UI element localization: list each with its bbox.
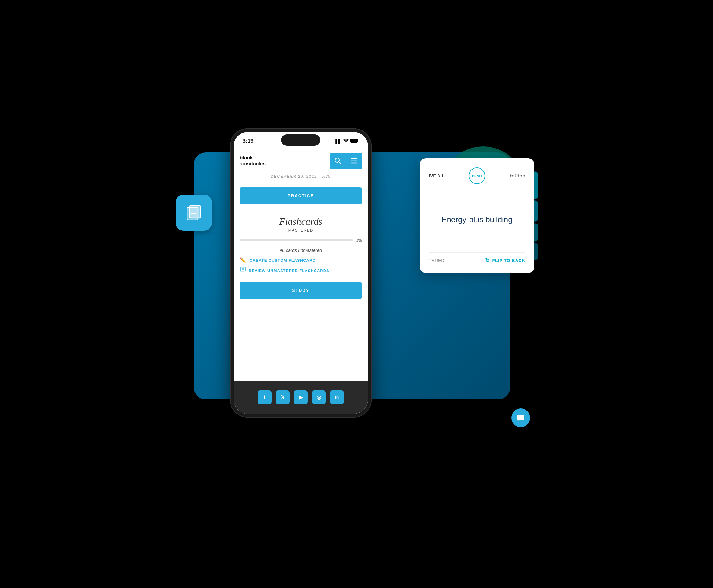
header-actions	[330, 153, 362, 169]
wifi-icon	[343, 139, 349, 144]
tab-strip-1	[534, 172, 538, 199]
spacer	[233, 303, 368, 381]
search-button[interactable]	[330, 153, 346, 169]
review-unmastered-link[interactable]: REVIEW UNMASTERED FLASHCARDS	[240, 267, 362, 274]
svg-line-9	[339, 162, 341, 164]
flashcard-body: Energy-plus building	[429, 190, 525, 249]
flashcard-title: Flashcards	[240, 216, 362, 227]
review-link-label: REVIEW UNMASTERED FLASHCARDS	[249, 268, 329, 273]
flashcard-term: Energy-plus building	[442, 215, 513, 225]
pencil-icon: ✏️	[240, 257, 246, 264]
app-header: black spectacles	[233, 150, 368, 172]
tab-strip-3	[534, 224, 538, 241]
battery-icon	[350, 139, 359, 144]
date-line: DECEMBER 20, 2022 · 9/75	[233, 172, 368, 182]
svg-rect-7	[351, 139, 356, 142]
flashcard-tag: IVE 3.1	[429, 173, 444, 178]
action-links: ✏️ CREATE CUSTOM FLASHCARD REVIEW UNMAST…	[233, 257, 368, 278]
phone-footer: f 𝕏 ▶ ◎ in	[233, 381, 368, 414]
twitter-icon[interactable]: 𝕏	[276, 391, 290, 404]
instagram-icon[interactable]: ◎	[312, 391, 326, 404]
divider-top	[240, 182, 362, 182]
phone-screen: 3:19 ▌▌ black spectacles	[233, 132, 368, 414]
flashcard-widget: IVE 3.1 PP&D 60965 Energy-plus building …	[420, 159, 534, 273]
create-custom-flashcard-link[interactable]: ✏️ CREATE CUSTOM FLASHCARD	[240, 257, 362, 264]
svg-rect-1	[189, 206, 200, 218]
tab-strip-2	[534, 201, 538, 222]
flashcard-mastered-label: TERED	[429, 258, 445, 263]
refresh-icon: ↻	[485, 257, 490, 264]
practice-button[interactable]: PRACTICE	[240, 187, 362, 204]
youtube-icon[interactable]: ▶	[294, 391, 308, 404]
cards-unmastered-label: 96 cards unmastered	[233, 245, 368, 257]
progress-percent: 0%	[356, 238, 362, 243]
menu-button[interactable]	[346, 153, 362, 169]
facebook-icon[interactable]: f	[258, 391, 271, 404]
flashcard-widget-header: IVE 3.1 PP&D 60965	[429, 167, 525, 184]
svg-point-5	[346, 142, 346, 143]
signal-icon: ▌▌	[335, 139, 342, 143]
flashcard-number: 60965	[510, 173, 525, 179]
flip-label: FLIP TO BACK	[492, 258, 526, 263]
progress-bar-background	[240, 239, 353, 241]
cards-icon	[240, 267, 246, 274]
flashcard-subtitle: MASTERED	[240, 228, 362, 233]
progress-container: 0%	[233, 238, 368, 243]
flip-to-back-button[interactable]: ↻ FLIP TO BACK	[485, 257, 526, 264]
create-link-label: CREATE CUSTOM FLASHCARD	[249, 258, 316, 263]
brand-logo: black spectacles	[240, 155, 266, 167]
status-time: 3:19	[243, 138, 253, 144]
flashcard-badge: PP&D	[469, 167, 485, 184]
brand-name-line2: spectacles	[240, 161, 266, 167]
brand-name-line1: black	[240, 155, 266, 161]
icon-widget	[176, 195, 212, 231]
linkedin-icon[interactable]: in	[330, 391, 344, 404]
tab-strip-4	[534, 244, 538, 260]
card-tabs	[534, 172, 538, 260]
status-icons: ▌▌	[335, 139, 359, 144]
chat-bubble-button[interactable]	[511, 408, 530, 427]
phone-device: 3:19 ▌▌ black spectacles	[230, 128, 371, 418]
dynamic-island	[281, 134, 320, 146]
study-button[interactable]: STUDY	[240, 282, 362, 299]
svg-rect-14	[241, 268, 245, 271]
flashcard-section: Flashcards MASTERED	[233, 210, 368, 238]
flashcard-footer: TERED ↻ FLIP TO BACK	[429, 252, 525, 264]
